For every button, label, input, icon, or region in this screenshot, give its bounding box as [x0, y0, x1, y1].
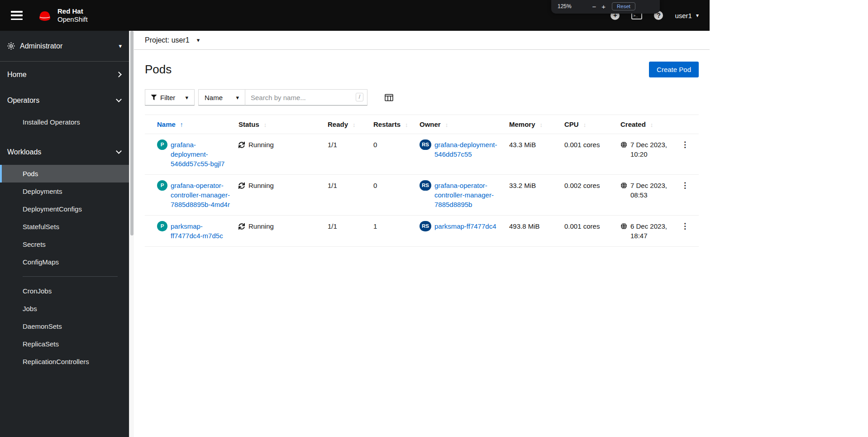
- globe-timestamp-icon: [620, 182, 627, 189]
- owner-link[interactable]: grafana-deployment-546dd57c55: [434, 140, 502, 159]
- sort-icon: ↕: [650, 121, 653, 128]
- owner-link[interactable]: grafana-operator-controller-manager-7885…: [434, 181, 502, 209]
- toolbar: Filter ▾ Name ▾ /: [134, 86, 710, 113]
- sidebar-item-configmaps[interactable]: ConfigMaps: [0, 253, 129, 271]
- project-selector[interactable]: Project: user1 ▾: [145, 36, 200, 44]
- pod-link[interactable]: grafana-deployment-546dd57c55-bgjl7: [171, 140, 231, 168]
- sidebar-item-workloads[interactable]: Workloads: [0, 139, 129, 165]
- chevron-down-icon: [116, 96, 122, 102]
- perspective-switcher[interactable]: Administrator ▾: [0, 31, 129, 62]
- zoom-in-button[interactable]: +: [599, 2, 608, 11]
- sidebar-item-installed-operators[interactable]: Installed Operators: [0, 113, 129, 131]
- search-input[interactable]: [245, 89, 367, 106]
- gear-icon: [7, 42, 15, 50]
- restarts-cell: 0: [373, 175, 420, 216]
- pod-link[interactable]: grafana-operator-controller-manager-7885…: [171, 181, 231, 209]
- sidebar-nav: Administrator ▾ Home Operators Installed…: [0, 31, 129, 437]
- kebab-menu-button[interactable]: ⋮: [678, 221, 692, 231]
- page-header: Pods Create Pod: [134, 50, 710, 86]
- sort-icon: ↕: [264, 121, 267, 128]
- memory-cell: 493.8 MiB: [509, 216, 564, 247]
- sidebar-item-jobs[interactable]: Jobs: [0, 300, 129, 317]
- cpu-cell: 0.001 cores: [564, 134, 620, 175]
- zoom-reset-button[interactable]: Reset: [612, 2, 635, 10]
- chevron-down-icon: [116, 148, 122, 154]
- sidebar-item-pods[interactable]: Pods: [0, 165, 129, 182]
- column-header-ready[interactable]: Ready↕: [328, 115, 373, 134]
- sidebar-item-home[interactable]: Home: [0, 62, 129, 87]
- replicaset-badge: RS: [420, 180, 431, 191]
- created-text: 6 Dec 2023, 18:47: [630, 221, 671, 240]
- masthead: Red Hat OpenShift + >_ ? user1 ▾ 125% − …: [0, 0, 710, 31]
- pod-link[interactable]: parksmap-ff7477dc4-m7d5c: [171, 221, 231, 240]
- zoom-level: 125%: [558, 3, 572, 10]
- created-text: 7 Dec 2023, 08:53: [630, 181, 671, 200]
- sidebar-item-replicationcontrollers[interactable]: ReplicationControllers: [0, 353, 129, 370]
- user-menu-label: user1: [675, 12, 692, 19]
- ready-cell: 1/1: [328, 134, 373, 175]
- sidebar-item-secrets[interactable]: Secrets: [0, 235, 129, 253]
- main-content: Project: user1 ▾ Pods Create Pod Filter …: [134, 31, 710, 437]
- search-group: Name ▾ /: [198, 89, 367, 106]
- sort-icon: ↕: [445, 121, 448, 128]
- filter-dropdown[interactable]: Filter ▾: [145, 89, 195, 106]
- create-pod-button[interactable]: Create Pod: [649, 62, 699, 77]
- caret-down-icon: ▾: [696, 12, 699, 19]
- sidebar-item-statefulsets[interactable]: StatefulSets: [0, 218, 129, 235]
- replicaset-badge: RS: [420, 139, 431, 150]
- table-row: P parksmap-ff7477dc4-m7d5c Running 1/1 1: [145, 216, 699, 247]
- manage-columns-button[interactable]: [385, 94, 393, 101]
- sidebar-item-replicasets[interactable]: ReplicaSets: [0, 335, 129, 353]
- table-row: P grafana-operator-controller-manager-78…: [145, 175, 699, 216]
- scrollbar-thumb[interactable]: [130, 31, 134, 235]
- search-attribute-label: Name: [205, 94, 223, 101]
- column-header-restarts[interactable]: Restarts↕: [373, 115, 420, 134]
- kebab-menu-button[interactable]: ⋮: [678, 140, 692, 149]
- column-header-name[interactable]: Name↑: [145, 115, 238, 134]
- brand-logo: Red Hat OpenShift: [36, 7, 88, 24]
- page-title: Pods: [145, 62, 172, 77]
- column-header-status[interactable]: Status↕: [238, 115, 328, 134]
- sync-icon: [238, 182, 245, 189]
- created-text: 7 Dec 2023, 10:20: [630, 140, 671, 159]
- status-text: Running: [248, 140, 274, 149]
- table-header-row: Name↑ Status↕ Ready↕ Restarts↕ Owner↕ Me…: [145, 115, 699, 134]
- user-menu[interactable]: user1 ▾: [675, 12, 699, 19]
- perspective-label: Administrator: [20, 42, 62, 50]
- globe-timestamp-icon: [620, 141, 627, 148]
- sidebar-item-deployments[interactable]: Deployments: [0, 182, 129, 200]
- brand-line2: OpenShift: [57, 15, 88, 24]
- pod-badge: P: [157, 221, 167, 231]
- pod-badge: P: [157, 180, 167, 191]
- caret-down-icon: ▾: [185, 94, 188, 101]
- filter-icon: [151, 95, 157, 100]
- column-header-memory[interactable]: Memory↕: [509, 115, 564, 134]
- owner-link[interactable]: parksmap-ff7477dc4: [434, 221, 502, 231]
- status-text: Running: [248, 181, 274, 190]
- sidebar-item-deploymentconfigs[interactable]: DeploymentConfigs: [0, 200, 129, 218]
- status-text: Running: [248, 221, 274, 231]
- nav-toggle-button[interactable]: [11, 11, 23, 20]
- nav-divider: [23, 276, 118, 277]
- sidebar-item-operators[interactable]: Operators: [0, 87, 129, 113]
- column-header-owner[interactable]: Owner↕: [420, 115, 509, 134]
- caret-down-icon: ▾: [236, 94, 239, 101]
- sidebar-scrollbar[interactable]: [129, 31, 134, 437]
- column-header-cpu[interactable]: CPU↕: [564, 115, 620, 134]
- caret-down-icon: ▾: [197, 37, 200, 43]
- project-bar: Project: user1 ▾: [134, 31, 710, 50]
- sync-icon: [238, 223, 245, 230]
- column-header-created[interactable]: Created↕: [620, 115, 678, 134]
- sidebar-item-cronjobs[interactable]: CronJobs: [0, 282, 129, 300]
- zoom-out-button[interactable]: −: [589, 2, 599, 11]
- column-header-actions: [678, 115, 699, 134]
- kebab-menu-button[interactable]: ⋮: [678, 181, 692, 190]
- search-attribute-dropdown[interactable]: Name ▾: [198, 89, 245, 106]
- nav-label: Workloads: [7, 148, 41, 156]
- ready-cell: 1/1: [328, 175, 373, 216]
- sync-icon: [238, 142, 245, 148]
- sidebar-item-daemonsets[interactable]: DaemonSets: [0, 317, 129, 335]
- cpu-cell: 0.002 cores: [564, 175, 620, 216]
- sort-icon: ↕: [405, 121, 408, 128]
- sort-icon: ↕: [583, 121, 587, 128]
